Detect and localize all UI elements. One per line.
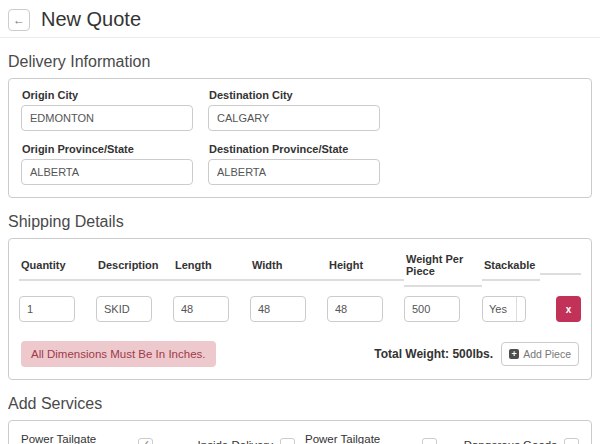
delete-piece-button[interactable]: x xyxy=(556,296,581,322)
destination-province-label: Destination Province/State xyxy=(209,143,395,155)
service-label: Power Tailgate Delivery xyxy=(305,433,415,444)
col-header-height: Height xyxy=(327,255,404,281)
col-header-description: Description xyxy=(96,255,173,281)
stackable-select[interactable]: Yes xyxy=(482,296,526,322)
new-quote-page: ← New Quote Delivery Information Origin … xyxy=(0,0,600,444)
service-label: Inside Delivery xyxy=(198,439,273,444)
add-piece-button[interactable]: + Add Piece xyxy=(501,342,579,366)
destination-province-field: Destination Province/State xyxy=(208,141,395,185)
services-grid: Power Tailgate Pickup Inside Delivery Po… xyxy=(21,433,579,444)
page-title: New Quote xyxy=(41,8,141,31)
add-piece-icon: + xyxy=(509,349,519,359)
width-input[interactable] xyxy=(250,296,306,322)
col-header-length: Length xyxy=(173,255,250,281)
service-checkbox-power-tailgate-pickup[interactable] xyxy=(138,438,153,444)
destination-city-field: Destination City xyxy=(208,87,395,131)
destination-city-input[interactable] xyxy=(208,105,380,131)
add-piece-label: Add Piece xyxy=(523,348,571,360)
shipping-footer: All Dimensions Must Be In Inches. Total … xyxy=(19,341,581,367)
col-header-width: Width xyxy=(250,255,327,281)
services-card: Power Tailgate Pickup Inside Delivery Po… xyxy=(8,420,592,444)
col-header-stackable: Stackable xyxy=(482,255,540,281)
services-section-title: Add Services xyxy=(8,395,592,413)
origin-province-field: Origin Province/State xyxy=(21,141,208,185)
service-label: Dangerous Goods xyxy=(464,439,557,444)
table-row xyxy=(19,287,96,324)
stackable-select-value: Yes xyxy=(483,303,516,315)
col-header-actions xyxy=(540,261,581,275)
origin-province-label: Origin Province/State xyxy=(22,143,208,155)
service-checkbox-inside-delivery[interactable] xyxy=(280,438,295,444)
col-header-weight-per-piece: Weight Per Piece xyxy=(404,249,482,287)
service-item-inside-delivery: Inside Delivery xyxy=(163,433,295,444)
description-input[interactable] xyxy=(96,296,152,322)
quantity-input[interactable] xyxy=(19,296,75,322)
height-input[interactable] xyxy=(327,296,383,322)
back-button[interactable]: ← xyxy=(8,9,30,31)
delivery-grid: Origin City Destination City Origin Prov… xyxy=(21,87,579,185)
service-checkbox-dangerous-goods[interactable] xyxy=(564,438,579,444)
select-dropdown-segment xyxy=(516,297,525,321)
service-checkbox-power-tailgate-delivery[interactable] xyxy=(422,438,437,444)
destination-province-input[interactable] xyxy=(208,159,380,185)
page-header: ← New Quote xyxy=(8,6,592,37)
shipping-section-title: Shipping Details xyxy=(8,213,592,231)
delivery-card: Origin City Destination City Origin Prov… xyxy=(8,78,592,198)
origin-city-label: Origin City xyxy=(22,89,208,101)
destination-city-label: Destination City xyxy=(209,89,395,101)
col-header-quantity: Quantity xyxy=(19,255,96,281)
service-item-power-tailgate-delivery: Power Tailgate Delivery xyxy=(305,433,437,444)
origin-province-input[interactable] xyxy=(21,159,193,185)
length-input[interactable] xyxy=(173,296,229,322)
delivery-section-title: Delivery Information xyxy=(8,53,592,71)
service-item-power-tailgate-pickup: Power Tailgate Pickup xyxy=(21,433,153,444)
origin-city-input[interactable] xyxy=(21,105,193,131)
header-divider xyxy=(0,37,600,38)
shipping-card: Quantity Description Length Width Height… xyxy=(8,238,592,380)
service-item-dangerous-goods: Dangerous Goods xyxy=(447,433,579,444)
service-label: Power Tailgate Pickup xyxy=(21,433,131,444)
dimensions-note: All Dimensions Must Be In Inches. xyxy=(21,341,216,367)
shipping-table: Quantity Description Length Width Height… xyxy=(19,249,581,324)
origin-city-field: Origin City xyxy=(21,87,208,131)
total-weight: Total Weight: 500lbs. xyxy=(374,347,493,361)
weight-per-piece-input[interactable] xyxy=(404,296,460,322)
